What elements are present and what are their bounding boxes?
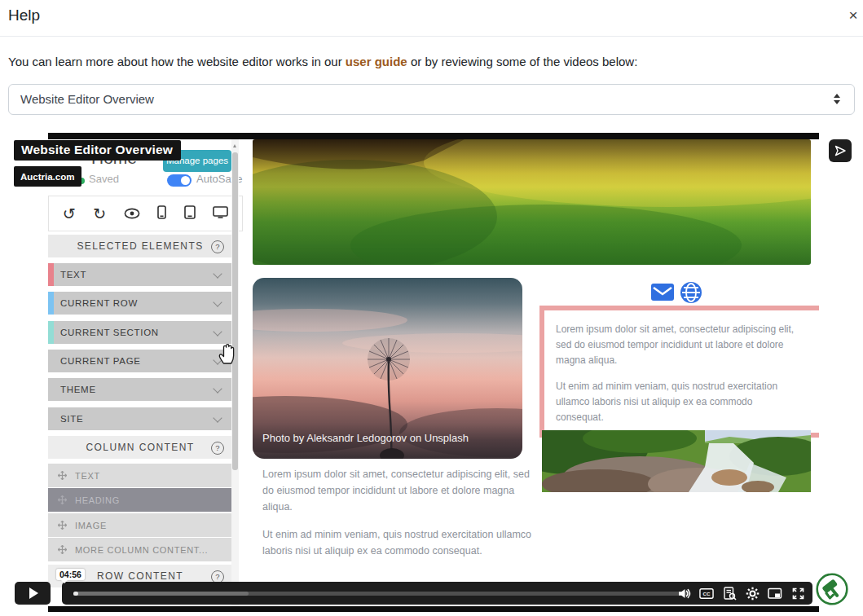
seek-bar[interactable]	[73, 592, 691, 596]
time-tooltip-text: 04:56	[59, 570, 81, 579]
control-icons: CC	[676, 582, 805, 605]
column-content-title: COLUMN CONTENT	[86, 442, 195, 453]
undo-icon: ↺	[63, 206, 76, 222]
sidebar-item-current-section: CURRENT SECTION	[48, 321, 232, 344]
video-channel-overlay[interactable]: Auctria.com	[14, 166, 81, 187]
video-channel-text: Auctria.com	[20, 172, 74, 182]
row-content-title: ROW CONTENT	[97, 570, 183, 582]
column-content-item-text: TEXT	[48, 464, 232, 487]
column-content-item-more: MORE COLUMN CONTENT...	[48, 538, 232, 561]
color-stripe	[48, 321, 54, 344]
intro-before: You can learn more about how the website…	[8, 55, 346, 68]
selected-elements-title: SELECTED ELEMENTS	[77, 240, 203, 252]
volume-button[interactable]	[676, 586, 691, 601]
grass-hero-image	[253, 139, 811, 265]
move-icon	[58, 495, 67, 504]
modal-title: Help	[8, 7, 40, 24]
sidebar-item-theme: THEME	[48, 378, 232, 401]
video-letterbox-bottom	[48, 606, 819, 612]
select-arrows-icon	[834, 94, 841, 105]
scrollbar-thumb	[232, 152, 238, 470]
auctria-logo[interactable]	[816, 573, 848, 605]
tooltip-pointer	[61, 580, 68, 583]
email-icon	[651, 284, 674, 304]
transcript-icon	[723, 587, 737, 601]
fullscreen-button[interactable]	[790, 586, 805, 601]
chevron-down-icon	[213, 269, 222, 278]
help-modal: { "modal": { "title": "Help", "close_gly…	[0, 0, 863, 616]
autosave-toggle	[167, 174, 192, 187]
sidebar-item-current-page: CURRENT PAGE	[48, 350, 232, 372]
share-button[interactable]	[829, 139, 852, 162]
preview-eye-icon	[124, 206, 140, 222]
phone-icon	[157, 205, 166, 222]
chevron-down-icon	[213, 327, 222, 336]
column-content-header: COLUMN CONTENT ?	[48, 436, 232, 459]
help-circle-icon: ?	[211, 240, 224, 253]
arrow-up-icon	[834, 94, 840, 98]
lorem-text-block: Lorem ipsum dolor sit amet, consectetur …	[262, 466, 533, 570]
captions-button[interactable]: CC	[699, 586, 714, 601]
color-stripe	[48, 292, 54, 315]
paper-plane-icon	[834, 144, 847, 157]
transcript-button[interactable]	[722, 586, 737, 601]
play-button[interactable]	[15, 582, 51, 605]
user-guide-link[interactable]: user guide	[346, 55, 407, 68]
intro-after: or by reviewing some of the videos below…	[407, 55, 638, 68]
lorem-paragraph-2: Ut enim ad minim veniam, quis nostrud ex…	[262, 526, 533, 559]
lorem-paragraph-1: Lorem ipsum dolor sit amet, consectetur …	[262, 466, 533, 515]
redo-icon: ↻	[93, 206, 106, 222]
hand-cursor-icon	[217, 341, 238, 368]
sidebar-item-current-row: CURRENT ROW	[48, 292, 232, 315]
player-control-bar: CC	[62, 582, 812, 605]
desktop-icon	[213, 206, 228, 222]
time-tooltip: 04:56	[56, 569, 85, 580]
captions-icon: CC	[699, 587, 714, 601]
svg-text:CC: CC	[703, 591, 711, 596]
chevron-down-icon	[213, 413, 222, 422]
intro-text: You can learn more about how the website…	[8, 53, 856, 71]
scroll-up-icon	[233, 144, 236, 147]
move-icon	[58, 545, 67, 554]
sidebar-scrollbar	[231, 139, 239, 606]
photo-caption: Photo by Aleksandr Ledogorov on Unsplash	[262, 432, 469, 444]
play-icon	[29, 587, 38, 599]
video-title-overlay[interactable]: Website Editor Overview	[14, 140, 181, 161]
video-select[interactable]: Website Editor Overview	[8, 84, 855, 115]
highlighted-text-box: Lorem ipsum dolor sit amet, consectetur …	[539, 306, 819, 438]
editor-toolbar: ↺ ↻	[48, 196, 243, 231]
seek-buffered	[73, 592, 249, 596]
video-title-text: Website Editor Overview	[21, 143, 173, 156]
lorem-paragraph-1: Lorem ipsum dolor sit amet, consectetur …	[556, 322, 799, 368]
fullscreen-icon	[791, 587, 805, 601]
tablet-icon	[184, 205, 196, 222]
move-icon	[58, 521, 67, 530]
contact-icons	[651, 283, 703, 305]
video-letterbox-top	[48, 133, 819, 139]
saved-status-label: Saved	[89, 173, 119, 185]
chevron-down-icon	[213, 384, 222, 393]
color-stripe	[48, 263, 54, 286]
waterfall-photo	[542, 430, 811, 492]
video-surface[interactable]: Home Manage pages Saved AutoSave ↺ ↻ SEL…	[48, 139, 819, 606]
toggle-knob	[181, 176, 190, 185]
settings-button[interactable]	[745, 586, 760, 601]
chevron-down-icon	[213, 297, 222, 306]
sidebar-item-text: TEXT	[48, 263, 232, 286]
gear-icon	[746, 587, 760, 601]
video-select-value: Website Editor Overview	[20, 85, 154, 114]
column-content-item-image: IMAGE	[48, 513, 232, 537]
modal-header: Help ×	[0, 0, 863, 37]
pip-button[interactable]	[768, 586, 782, 601]
sidebar-item-site: SITE	[48, 407, 232, 430]
gavel-ribbon-icon	[816, 573, 848, 605]
volume-icon	[677, 587, 691, 601]
lorem-paragraph-2: Ut enim ad minim veniam, quis nostrud ex…	[556, 379, 799, 425]
globe-icon	[680, 282, 702, 306]
close-icon[interactable]: ×	[843, 6, 863, 25]
column-content-item-heading: HEADING	[48, 488, 232, 512]
help-circle-icon: ?	[211, 442, 224, 455]
arrow-down-icon	[834, 100, 840, 104]
move-icon	[58, 471, 67, 480]
seek-played	[73, 592, 78, 596]
